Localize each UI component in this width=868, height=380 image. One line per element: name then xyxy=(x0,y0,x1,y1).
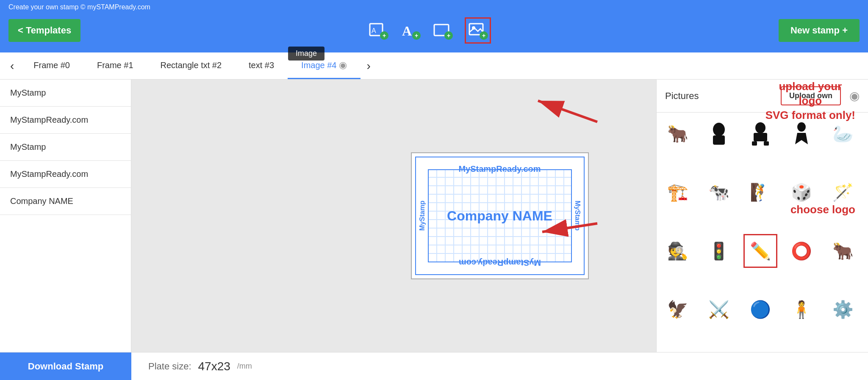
add-rectangle-icon[interactable]: + xyxy=(433,20,453,41)
image-grid: 🐂 🦢 🏗️ 🐄 🧗 🎲 🪄 🕵️ 🚦 xyxy=(657,113,868,352)
download-stamp-button[interactable]: Download Stamp xyxy=(0,352,131,380)
svg-rect-15 xyxy=(713,135,725,145)
image-cell[interactable] xyxy=(743,117,777,151)
stamp-right-text: MyStamp xyxy=(574,201,581,231)
image-cell[interactable]: 🕵️ xyxy=(661,234,695,268)
svg-text:A: A xyxy=(402,23,412,39)
image-cell[interactable]: ⭕ xyxy=(785,234,818,268)
add-image-icon[interactable]: + xyxy=(465,17,491,44)
svg-point-14 xyxy=(713,123,725,136)
list-item[interactable]: MyStampReady.com xyxy=(0,107,131,134)
tab-close-icon[interactable]: ◉ xyxy=(339,60,347,71)
stamp-bottom-text: MyStampReady.com xyxy=(416,258,584,267)
tab-frame1[interactable]: Frame #1 xyxy=(83,52,147,79)
svg-rect-18 xyxy=(752,141,757,146)
close-picker-button[interactable]: ◉ xyxy=(849,89,860,103)
tab-image4[interactable]: Image #4 ◉ xyxy=(288,52,361,79)
svg-point-20 xyxy=(797,122,806,132)
image-cell[interactable]: 🐂 xyxy=(661,117,695,151)
tab-rect2[interactable]: Rectangle txt #2 xyxy=(147,52,236,79)
image-cell[interactable]: 🐂 xyxy=(826,234,860,268)
image-cell[interactable]: 🧍 xyxy=(785,293,818,327)
tab-text3[interactable]: text #3 xyxy=(235,52,288,79)
tab-next-arrow[interactable]: › xyxy=(361,59,376,73)
image-cell[interactable]: 🪄 xyxy=(826,176,860,209)
image-cell[interactable] xyxy=(702,117,736,151)
toolbar-icons: A + A + + xyxy=(368,17,491,44)
image-cell[interactable]: 🚦 xyxy=(702,234,736,268)
stamp-center-text: Company NAME xyxy=(447,208,552,224)
stamp-left-text: MyStamp xyxy=(419,201,426,231)
image-cell[interactable]: ⚙️ xyxy=(826,293,860,327)
image-cell[interactable]: 🏗️ xyxy=(661,176,695,209)
plate-size-unit: /mm xyxy=(237,362,252,371)
image-cell[interactable]: 🎲 xyxy=(785,176,818,209)
stamp-outer-border: MyStampReady.com Company NAME MyStampRea… xyxy=(415,157,585,275)
tab-frame0[interactable]: Frame #0 xyxy=(20,52,83,79)
main-content: MyStamp MyStampReady.com MyStamp MyStamp… xyxy=(0,80,868,352)
plate-size-value: 47x23 xyxy=(198,360,230,373)
image-cell[interactable]: 🐄 xyxy=(702,176,736,209)
bottom-bar: Download Stamp Plate size: 47x23 /mm xyxy=(0,352,868,380)
svg-text:+: + xyxy=(482,32,485,39)
svg-text:A: A xyxy=(372,27,376,34)
image-cell[interactable]: 🦢 xyxy=(826,117,860,151)
plate-size-label: Plate size: xyxy=(148,361,191,372)
svg-rect-19 xyxy=(764,141,769,146)
svg-line-22 xyxy=(538,101,597,122)
image-picker-header: Pictures Upload own ◉ xyxy=(657,80,868,113)
top-bar: Create your own stamp © mySTAMPready.com… xyxy=(0,0,868,52)
list-item[interactable]: Company NAME xyxy=(0,188,131,215)
stamp-canvas: MyStampReady.com Company NAME MyStampRea… xyxy=(411,152,589,279)
image-cell[interactable]: 🦅 xyxy=(661,293,695,327)
image-cell[interactable]: ⚔️ xyxy=(702,293,736,327)
canvas-area: MyStampReady.com Company NAME MyStampRea… xyxy=(131,80,868,352)
svg-point-16 xyxy=(755,122,765,133)
left-panel: MyStamp MyStampReady.com MyStamp MyStamp… xyxy=(0,80,131,352)
svg-text:+: + xyxy=(447,32,450,39)
list-item[interactable]: MyStamp xyxy=(0,134,131,161)
new-stamp-button[interactable]: New stamp + xyxy=(779,19,860,42)
list-item[interactable]: MyStampReady.com xyxy=(0,161,131,188)
image-picker-panel: Pictures Upload own ◉ 🐂 🦢 🏗️ � xyxy=(656,80,868,352)
image-picker-title: Pictures xyxy=(665,91,772,102)
image-cell[interactable] xyxy=(785,117,818,151)
image-cell[interactable]: 🔵 xyxy=(743,293,777,327)
site-title: Create your own stamp © mySTAMPready.com xyxy=(8,3,150,11)
list-item[interactable]: MyStamp xyxy=(0,80,131,107)
svg-text:+: + xyxy=(415,32,418,39)
tab-prev-arrow[interactable]: ‹ xyxy=(4,59,20,73)
image-cell[interactable]: 🧗 xyxy=(743,176,777,209)
image-cell-selected[interactable]: ✏️ xyxy=(743,234,777,268)
templates-button[interactable]: < Templates xyxy=(8,19,80,42)
plate-size-area: Plate size: 47x23 /mm xyxy=(131,360,269,373)
add-text-icon[interactable]: A + xyxy=(400,20,421,41)
add-text-frame-icon[interactable]: A + xyxy=(368,20,388,41)
svg-text:+: + xyxy=(383,32,386,39)
tabs-bar: ‹ Frame #0 Frame #1 Rectangle txt #2 tex… xyxy=(0,52,868,80)
upload-own-button[interactable]: Upload own xyxy=(781,86,841,105)
svg-rect-17 xyxy=(754,133,767,141)
